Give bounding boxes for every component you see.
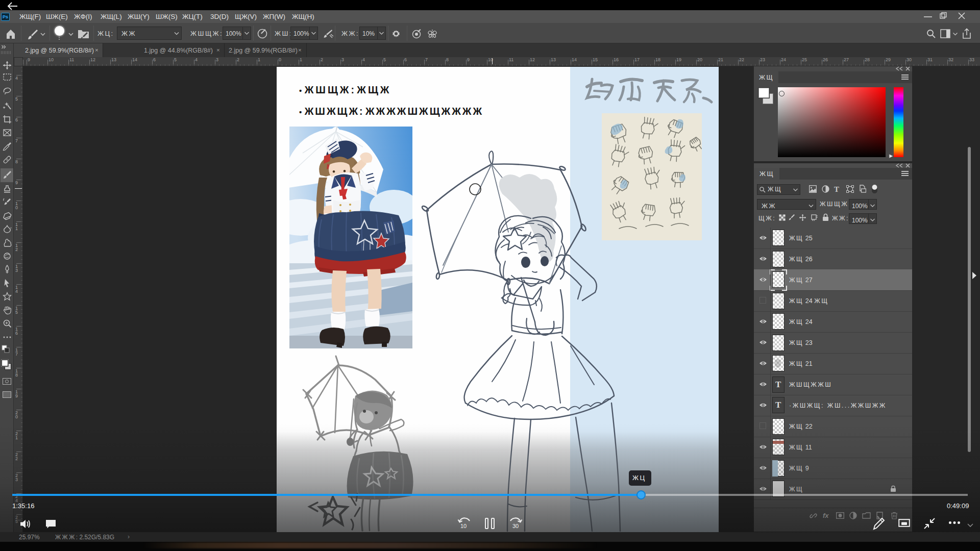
svg-text:10: 10 xyxy=(460,523,467,529)
svg-text:30: 30 xyxy=(512,523,519,529)
